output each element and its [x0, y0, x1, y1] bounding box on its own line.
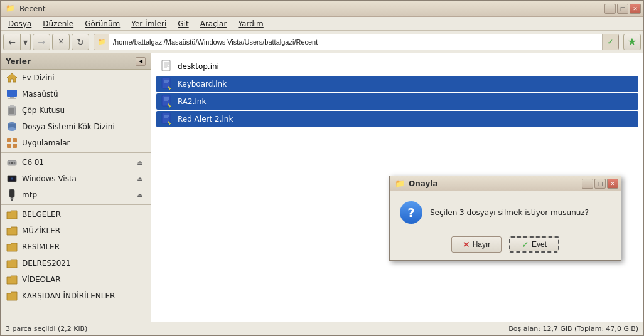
dialog-maximize-button[interactable]: □ — [594, 179, 606, 189]
dialog-overlay: 📁 Onayla − □ ✕ ? Seçilen 3 dosyayı silme… — [0, 0, 644, 336]
dialog-message-text: Seçilen 3 dosyayı silmek istiyor musunuz… — [430, 208, 589, 217]
confirm-dialog: 📁 Onayla − □ ✕ ? Seçilen 3 dosyayı silme… — [389, 176, 621, 261]
dialog-content: ? Seçilen 3 dosyayı silmek istiyor musun… — [390, 191, 621, 260]
yes-button[interactable]: ✓ Evet — [509, 236, 559, 253]
yes-label: Evet — [532, 240, 547, 249]
no-label: Hayır — [473, 240, 491, 249]
dialog-message-row: ? Seçilen 3 dosyayı silmek istiyor musun… — [400, 201, 611, 224]
no-icon: ✕ — [463, 239, 470, 249]
dialog-title-icon: 📁 — [395, 179, 405, 188]
no-button[interactable]: ✕ Hayır — [451, 236, 502, 253]
dialog-title-text: Onayla — [409, 179, 438, 188]
dialog-minimize-button[interactable]: − — [582, 179, 593, 189]
dialog-close-button[interactable]: ✕ — [607, 179, 618, 189]
yes-icon: ✓ — [522, 239, 529, 249]
dialog-title-left: 📁 Onayla — [395, 179, 438, 188]
dialog-buttons: ✕ Hayır ✓ Evet — [400, 236, 611, 253]
dialog-title-bar: 📁 Onayla − □ ✕ — [390, 176, 621, 191]
question-icon: ? — [400, 201, 422, 224]
dialog-title-buttons: − □ ✕ — [582, 179, 618, 189]
